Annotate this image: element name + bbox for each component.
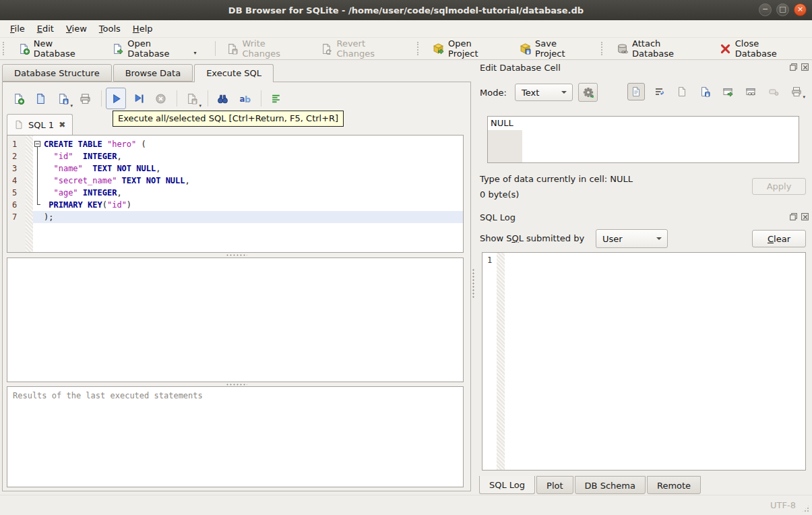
- menu-tools[interactable]: Tools: [93, 22, 127, 36]
- sql-log-title: SQL Log: [480, 212, 516, 222]
- dock-tab-plot[interactable]: Plot: [536, 476, 573, 494]
- fold-marker-icon: [33, 199, 44, 211]
- open-database-button[interactable]: Open Database ▾: [106, 36, 202, 61]
- minimize-button[interactable]: −: [759, 3, 772, 16]
- open-sql-file-button[interactable]: [30, 88, 51, 109]
- sql-toolbar-separator: [177, 90, 177, 107]
- save-as-icon: [699, 86, 710, 97]
- save-sql-file-icon: [57, 93, 69, 104]
- cell-value: NULL: [491, 118, 513, 128]
- menu-view[interactable]: View: [60, 22, 93, 36]
- find-icon: [217, 93, 228, 104]
- splitter-handle[interactable]: [3, 253, 470, 257]
- mode-combobox[interactable]: Text: [515, 84, 573, 101]
- vertical-splitter-handle[interactable]: [472, 268, 475, 298]
- open-project-button[interactable]: Open Project: [427, 36, 507, 61]
- results-message-pane[interactable]: Results of the last executed statements: [7, 386, 464, 487]
- maximize-button[interactable]: □: [776, 3, 789, 16]
- save-sql-file-button[interactable]: ▾: [53, 88, 73, 109]
- tooltip: Execute all/selected SQL [Ctrl+Return, F…: [113, 111, 344, 127]
- sql-log-filter-combobox[interactable]: User: [596, 229, 668, 248]
- save-sql-dropdown-caret[interactable]: ▾: [70, 103, 73, 109]
- write-changes-icon: [226, 43, 238, 55]
- sql-log-output[interactable]: 1: [482, 252, 806, 471]
- tab-database-structure[interactable]: Database Structure: [2, 64, 112, 82]
- sql-tab-close-icon[interactable]: ✖: [59, 120, 65, 129]
- line-number: 4: [7, 175, 26, 187]
- fold-marker-icon: [33, 162, 44, 175]
- menu-help[interactable]: Help: [127, 22, 159, 36]
- save-project-button[interactable]: Save Project: [513, 36, 592, 61]
- open-database-dropdown-caret[interactable]: ▾: [194, 50, 197, 56]
- format-sql-button[interactable]: [266, 88, 286, 109]
- write-changes-button[interactable]: Write Changes: [220, 36, 308, 61]
- code-line: "secret_name" TEXT NOT NULL,: [33, 175, 463, 187]
- open-sql-tab-button[interactable]: [8, 88, 28, 109]
- line-number: 3: [7, 162, 26, 175]
- new-database-button[interactable]: New Database: [12, 36, 100, 61]
- execute-all-icon: [111, 93, 122, 104]
- copy-link-button[interactable]: [742, 83, 759, 100]
- code-line: CREATE TABLE "hero" (: [33, 138, 463, 150]
- cell-editor-dock-buttons: [789, 63, 809, 71]
- splitter-dots-icon: [226, 254, 247, 256]
- text-mode-button[interactable]: [627, 83, 645, 100]
- fold-marker-icon[interactable]: [33, 138, 44, 150]
- menu-edit[interactable]: Edit: [31, 22, 60, 36]
- tab-execute-sql[interactable]: Execute SQL: [194, 64, 274, 82]
- execute-all-button[interactable]: [106, 88, 126, 109]
- dock-tab-db-schema[interactable]: DB Schema: [575, 476, 646, 494]
- dock-tab-remote[interactable]: Remote: [647, 476, 701, 494]
- import-dropdown-caret[interactable]: ▾: [803, 94, 805, 100]
- apply-button[interactable]: Apply: [752, 178, 806, 195]
- save-results-dropdown-caret[interactable]: ▾: [199, 103, 201, 109]
- editor-code-area[interactable]: CREATE TABLE "hero" ( "id" INTEGER, "nam…: [33, 135, 463, 252]
- revert-changes-icon: [321, 43, 332, 55]
- find-button[interactable]: [212, 88, 232, 109]
- word-wrap-button[interactable]: [650, 83, 668, 100]
- replace-button[interactable]: [235, 88, 255, 109]
- print-sql-button[interactable]: [75, 88, 95, 109]
- cell-editor-margin: [488, 130, 522, 162]
- toolbar-drag-handle[interactable]: [3, 42, 7, 55]
- sql-editor-tab[interactable]: SQL 1 ✖: [7, 114, 73, 135]
- print-icon: [791, 86, 802, 97]
- dock-tab-sql-log[interactable]: SQL Log: [479, 476, 535, 494]
- set-null-button[interactable]: [765, 83, 782, 100]
- dock-close-icon[interactable]: [801, 212, 809, 221]
- open-in-external-button[interactable]: [719, 83, 737, 100]
- cell-type-info: Type of data currently in cell: NULL: [480, 174, 633, 184]
- execute-line-button[interactable]: [128, 88, 148, 109]
- sql-editor[interactable]: 1234567 CREATE TABLE "hero" ( "id" INTEG…: [7, 135, 464, 253]
- resize-grip[interactable]: [801, 504, 810, 513]
- dock-float-icon[interactable]: [789, 63, 798, 71]
- cell-value-editor[interactable]: NULL: [487, 116, 799, 163]
- close-button[interactable]: ×: [794, 3, 807, 16]
- toolbar-drag-handle[interactable]: [417, 42, 421, 55]
- close-database-button[interactable]: Close Database: [714, 36, 805, 61]
- cell-size-info: 0 byte(s): [480, 189, 519, 200]
- set-null-icon: [768, 86, 779, 97]
- tab-browse-data[interactable]: Browse Data: [113, 64, 193, 82]
- toolbar-drag-handle[interactable]: [601, 42, 605, 55]
- dock-close-icon[interactable]: [801, 63, 809, 71]
- gear-icon: [583, 87, 594, 98]
- code-line: "age" INTEGER,: [33, 187, 463, 199]
- stop-button[interactable]: [150, 88, 170, 109]
- auto-apply-button[interactable]: [578, 83, 598, 102]
- dock-float-icon[interactable]: [789, 212, 798, 221]
- main-toolbar: New Database Open Database ▾ Write Chang…: [0, 38, 812, 60]
- app-window: DB Browser for SQLite - /home/user/code/…: [0, 0, 812, 515]
- attach-database-button[interactable]: Attach Database: [611, 36, 707, 61]
- window-controls: − □ ×: [759, 3, 807, 16]
- execute-line-icon: [133, 93, 144, 104]
- export-data-button[interactable]: [696, 83, 714, 100]
- import-data-button[interactable]: ▾: [673, 83, 691, 100]
- menu-file[interactable]: File: [4, 22, 31, 36]
- save-results-button[interactable]: ▾: [181, 88, 201, 109]
- mode-label: Mode:: [480, 88, 507, 98]
- save-results-icon: [186, 93, 197, 104]
- revert-changes-button[interactable]: Revert Changes: [315, 36, 408, 61]
- results-table-pane[interactable]: [7, 258, 464, 382]
- clear-log-button[interactable]: Clear: [752, 230, 806, 247]
